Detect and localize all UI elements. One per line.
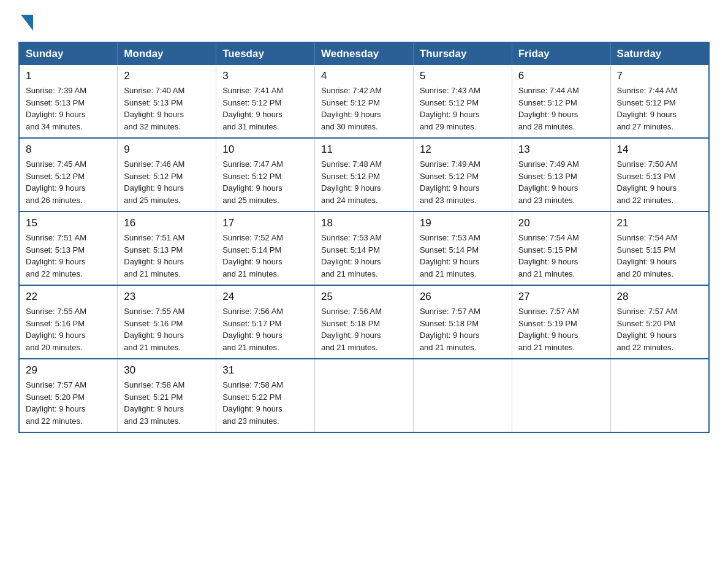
page-header: [18, 15, 710, 31]
day-number: 9: [124, 144, 210, 156]
day-number: 22: [26, 291, 111, 303]
day-info: Sunrise: 7:56 AM Sunset: 5:18 PM Dayligh…: [321, 305, 407, 353]
calendar-header-row: SundayMondayTuesdayWednesdayThursdayFrid…: [19, 42, 709, 65]
calendar-day-cell: 24 Sunrise: 7:56 AM Sunset: 5:17 PM Dayl…: [216, 285, 315, 359]
day-number: 20: [518, 217, 604, 229]
day-number: 13: [518, 144, 604, 156]
day-info: Sunrise: 7:54 AM Sunset: 5:15 PM Dayligh…: [518, 232, 604, 280]
calendar-day-cell: 11 Sunrise: 7:48 AM Sunset: 5:12 PM Dayl…: [315, 138, 414, 212]
calendar-day-cell: [512, 359, 610, 432]
day-number: 18: [321, 217, 407, 229]
day-number: 24: [222, 291, 308, 303]
day-info: Sunrise: 7:54 AM Sunset: 5:15 PM Dayligh…: [617, 232, 702, 280]
calendar-day-cell: 6 Sunrise: 7:44 AM Sunset: 5:12 PM Dayli…: [512, 65, 610, 138]
calendar-day-cell: 17 Sunrise: 7:52 AM Sunset: 5:14 PM Dayl…: [216, 212, 315, 285]
calendar-week-row: 15 Sunrise: 7:51 AM Sunset: 5:13 PM Dayl…: [19, 212, 709, 285]
day-info: Sunrise: 7:46 AM Sunset: 5:12 PM Dayligh…: [124, 158, 210, 206]
day-number: 12: [420, 144, 506, 156]
day-info: Sunrise: 7:53 AM Sunset: 5:14 PM Dayligh…: [420, 232, 506, 280]
day-number: 8: [26, 144, 111, 156]
day-info: Sunrise: 7:48 AM Sunset: 5:12 PM Dayligh…: [321, 158, 407, 206]
day-number: 25: [321, 291, 407, 303]
day-number: 2: [124, 70, 210, 82]
day-info: Sunrise: 7:44 AM Sunset: 5:12 PM Dayligh…: [518, 85, 604, 132]
weekday-header: Sunday: [19, 42, 118, 65]
calendar-day-cell: 7 Sunrise: 7:44 AM Sunset: 5:12 PM Dayli…: [610, 65, 709, 138]
day-info: Sunrise: 7:47 AM Sunset: 5:12 PM Dayligh…: [222, 158, 308, 206]
day-info: Sunrise: 7:42 AM Sunset: 5:12 PM Dayligh…: [321, 85, 407, 132]
day-number: 27: [518, 291, 604, 303]
day-info: Sunrise: 7:52 AM Sunset: 5:14 PM Dayligh…: [222, 232, 308, 280]
day-number: 16: [124, 217, 210, 229]
calendar-day-cell: 12 Sunrise: 7:49 AM Sunset: 5:12 PM Dayl…: [413, 138, 512, 212]
calendar-day-cell: 5 Sunrise: 7:43 AM Sunset: 5:12 PM Dayli…: [413, 65, 512, 138]
calendar-day-cell: 29 Sunrise: 7:57 AM Sunset: 5:20 PM Dayl…: [19, 359, 118, 432]
calendar-day-cell: 26 Sunrise: 7:57 AM Sunset: 5:18 PM Dayl…: [413, 285, 512, 359]
weekday-header: Thursday: [413, 42, 512, 65]
day-info: Sunrise: 7:43 AM Sunset: 5:12 PM Dayligh…: [420, 85, 506, 132]
day-number: 5: [420, 70, 506, 82]
day-number: 14: [617, 144, 702, 156]
calendar-day-cell: [610, 359, 709, 432]
day-info: Sunrise: 7:55 AM Sunset: 5:16 PM Dayligh…: [124, 305, 210, 353]
calendar-day-cell: 18 Sunrise: 7:53 AM Sunset: 5:14 PM Dayl…: [315, 212, 414, 285]
calendar-day-cell: 23 Sunrise: 7:55 AM Sunset: 5:16 PM Dayl…: [118, 285, 216, 359]
day-number: 17: [222, 217, 308, 229]
day-number: 11: [321, 144, 407, 156]
calendar-day-cell: 13 Sunrise: 7:49 AM Sunset: 5:13 PM Dayl…: [512, 138, 610, 212]
logo[interactable]: [18, 15, 34, 31]
calendar-day-cell: 30 Sunrise: 7:58 AM Sunset: 5:21 PM Dayl…: [118, 359, 216, 432]
day-info: Sunrise: 7:57 AM Sunset: 5:18 PM Dayligh…: [420, 305, 506, 353]
day-number: 29: [26, 364, 111, 377]
calendar-day-cell: 19 Sunrise: 7:53 AM Sunset: 5:14 PM Dayl…: [413, 212, 512, 285]
day-info: Sunrise: 7:41 AM Sunset: 5:12 PM Dayligh…: [222, 85, 308, 132]
logo-text: [18, 15, 34, 31]
day-info: Sunrise: 7:49 AM Sunset: 5:13 PM Dayligh…: [518, 158, 604, 206]
day-number: 6: [518, 70, 604, 82]
day-info: Sunrise: 7:39 AM Sunset: 5:13 PM Dayligh…: [26, 85, 111, 132]
calendar-day-cell: 20 Sunrise: 7:54 AM Sunset: 5:15 PM Dayl…: [512, 212, 610, 285]
day-info: Sunrise: 7:57 AM Sunset: 5:20 PM Dayligh…: [26, 379, 111, 427]
calendar-day-cell: 2 Sunrise: 7:40 AM Sunset: 5:13 PM Dayli…: [118, 65, 216, 138]
calendar-day-cell: 3 Sunrise: 7:41 AM Sunset: 5:12 PM Dayli…: [216, 65, 315, 138]
day-info: Sunrise: 7:56 AM Sunset: 5:17 PM Dayligh…: [222, 305, 308, 353]
day-info: Sunrise: 7:49 AM Sunset: 5:12 PM Dayligh…: [420, 158, 506, 206]
day-number: 10: [222, 144, 308, 156]
calendar-week-row: 1 Sunrise: 7:39 AM Sunset: 5:13 PM Dayli…: [19, 65, 709, 138]
calendar-day-cell: 10 Sunrise: 7:47 AM Sunset: 5:12 PM Dayl…: [216, 138, 315, 212]
day-number: 21: [617, 217, 702, 229]
calendar-day-cell: 4 Sunrise: 7:42 AM Sunset: 5:12 PM Dayli…: [315, 65, 414, 138]
day-number: 26: [420, 291, 506, 303]
day-number: 15: [26, 217, 111, 229]
weekday-header: Wednesday: [315, 42, 414, 65]
calendar-day-cell: [315, 359, 414, 432]
calendar-day-cell: 14 Sunrise: 7:50 AM Sunset: 5:13 PM Dayl…: [610, 138, 709, 212]
calendar-day-cell: 9 Sunrise: 7:46 AM Sunset: 5:12 PM Dayli…: [118, 138, 216, 212]
calendar-day-cell: 25 Sunrise: 7:56 AM Sunset: 5:18 PM Dayl…: [315, 285, 414, 359]
day-info: Sunrise: 7:44 AM Sunset: 5:12 PM Dayligh…: [617, 85, 702, 132]
weekday-header: Monday: [118, 42, 216, 65]
day-number: 31: [222, 364, 308, 377]
calendar-day-cell: 22 Sunrise: 7:55 AM Sunset: 5:16 PM Dayl…: [19, 285, 118, 359]
day-info: Sunrise: 7:50 AM Sunset: 5:13 PM Dayligh…: [617, 158, 702, 206]
weekday-header: Saturday: [610, 42, 709, 65]
weekday-header: Friday: [512, 42, 610, 65]
day-number: 30: [124, 364, 210, 377]
day-number: 1: [26, 70, 111, 82]
day-number: 23: [124, 291, 210, 303]
day-number: 19: [420, 217, 506, 229]
day-number: 28: [617, 291, 702, 303]
day-info: Sunrise: 7:57 AM Sunset: 5:20 PM Dayligh…: [617, 305, 702, 353]
day-info: Sunrise: 7:58 AM Sunset: 5:21 PM Dayligh…: [124, 379, 210, 427]
calendar-day-cell: 16 Sunrise: 7:51 AM Sunset: 5:13 PM Dayl…: [118, 212, 216, 285]
calendar-day-cell: 15 Sunrise: 7:51 AM Sunset: 5:13 PM Dayl…: [19, 212, 118, 285]
calendar-day-cell: 28 Sunrise: 7:57 AM Sunset: 5:20 PM Dayl…: [610, 285, 709, 359]
svg-marker-0: [21, 15, 33, 31]
calendar-week-row: 22 Sunrise: 7:55 AM Sunset: 5:16 PM Dayl…: [19, 285, 709, 359]
calendar-day-cell: [413, 359, 512, 432]
calendar-day-cell: 21 Sunrise: 7:54 AM Sunset: 5:15 PM Dayl…: [610, 212, 709, 285]
calendar-day-cell: 8 Sunrise: 7:45 AM Sunset: 5:12 PM Dayli…: [19, 138, 118, 212]
day-info: Sunrise: 7:58 AM Sunset: 5:22 PM Dayligh…: [222, 379, 308, 427]
calendar-week-row: 8 Sunrise: 7:45 AM Sunset: 5:12 PM Dayli…: [19, 138, 709, 212]
day-number: 4: [321, 70, 407, 82]
